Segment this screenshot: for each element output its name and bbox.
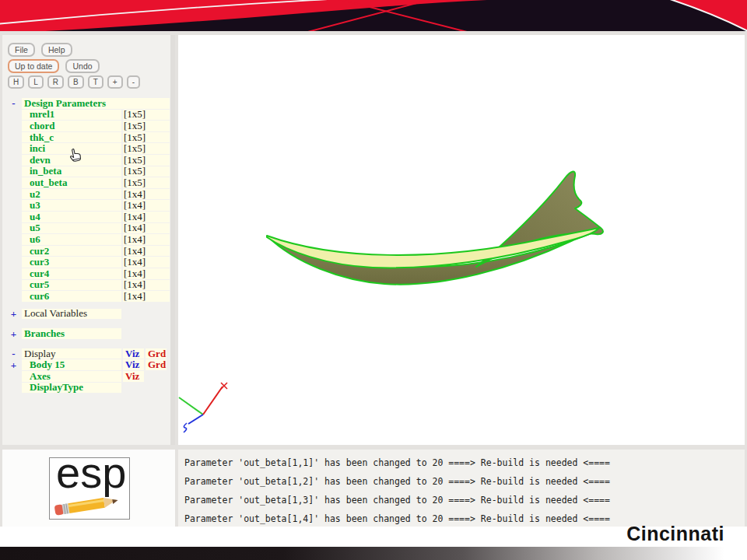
param-name[interactable]: cur6 [22,291,121,302]
param-dims: [1x4] [123,280,170,291]
param-dims: [1x5] [123,121,170,131]
param-dims: [1x5] [123,177,170,188]
section-label[interactable]: Design Parameters [22,98,170,109]
tree-row-param: out_beta[1x5] [5,177,172,188]
axes-triad [179,383,227,432]
viz-toggle[interactable]: Viz [123,371,144,382]
param-name[interactable]: cur2 [22,246,121,257]
tree-row-param: u3[1x4] [5,200,172,211]
tree-row-body15: + Body 15 Viz Grd [5,359,172,370]
param-dims: [1x4] [123,257,170,268]
param-name[interactable]: chord [22,121,121,131]
tree-row-axes: Axes Viz [5,371,172,382]
tree-row-param: cur6[1x4] [5,291,172,302]
param-name[interactable]: u2 [22,189,121,200]
axis-blue-label-scribble [184,423,187,432]
expand-toggle[interactable]: + [5,309,22,319]
axes-label[interactable]: Axes [22,371,121,382]
param-dims: [1x4] [123,200,170,211]
param-dims: [1x5] [123,143,170,154]
tree-row-param: chord[1x5] [5,121,172,131]
hand-cursor-icon [66,146,85,165]
section-label[interactable]: Branches [22,328,121,339]
tree-row-param: inci[1x5] [5,143,172,154]
param-name[interactable]: in_beta [22,166,121,177]
esp-logo: esp [49,457,130,520]
tree-section-design-parameters: - Design Parameters [5,98,172,109]
param-dims: [1x4] [123,212,170,222]
tree-row-param: u2[1x4] [5,189,172,200]
axis-blue [188,415,203,424]
param-name[interactable]: thk_c [22,132,121,143]
cincinnati-wordmark: Cincinnati [626,523,724,545]
view-home-button[interactable]: H [8,75,24,89]
collapse-toggle[interactable]: - [5,98,22,108]
undo-button[interactable]: Undo [65,59,99,73]
param-name[interactable]: u4 [22,212,121,222]
tree-section-display: - Display Viz Grd [5,348,172,359]
param-name[interactable]: mrel1 [22,110,121,121]
param-dims: [1x5] [123,110,170,121]
zoom-out-button[interactable]: - [127,75,140,89]
param-dims: [1x4] [123,268,170,279]
param-dims: [1x4] [123,223,170,234]
axis-green [179,397,203,415]
param-dims: [1x5] [123,132,170,143]
message-console[interactable]: Parameter 'out_beta[1,1]' has been chang… [178,450,745,527]
tree-row-displaytype: DisplayType [5,383,172,394]
file-button[interactable]: File [8,43,35,57]
tree-row-param: cur3[1x4] [5,257,172,268]
param-name[interactable]: cur3 [22,257,121,268]
tree-row-param: u5[1x4] [5,223,172,234]
blade-body[interactable] [267,172,603,285]
expand-toggle[interactable]: + [5,360,22,370]
expand-toggle[interactable]: + [5,329,22,339]
zoom-in-button[interactable]: + [107,75,123,89]
up-to-date-button[interactable]: Up to date [8,59,59,73]
logo-panel: esp [2,450,175,527]
param-dims: [1x5] [123,166,170,177]
tree-row-param: mrel1[1x5] [5,110,172,121]
tree-row-param: u4[1x4] [5,212,172,222]
param-name[interactable]: u6 [22,234,121,245]
param-name[interactable]: cur5 [22,280,121,291]
3d-viewport[interactable] [178,35,745,445]
tree-row-param: cur5[1x4] [5,280,172,291]
viz-toggle[interactable]: Viz [123,359,144,370]
help-button[interactable]: Help [41,43,72,57]
tree-row-param: cur2[1x4] [5,246,172,257]
console-line: Parameter 'out_beta[1,1]' has been chang… [178,453,745,472]
param-dims: [1x4] [123,189,170,200]
console-line: Parameter 'out_beta[1,2]' has been chang… [178,472,745,491]
view-bottom-button[interactable]: B [68,75,84,89]
param-dims: [1x4] [123,234,170,245]
axis-x-label [221,383,227,389]
tree-row-param: cur4[1x4] [5,268,172,279]
param-name[interactable]: out_beta [22,177,121,188]
axis-x [203,387,223,415]
grd-toggle[interactable]: Grd [146,359,167,370]
section-label[interactable]: Display [22,348,121,359]
view-top-button[interactable]: T [88,75,103,89]
param-name[interactable]: cur4 [22,268,121,279]
param-dims: [1x4] [123,246,170,257]
viz-header[interactable]: Viz [123,348,144,359]
tree-row-param: in_beta[1x5] [5,166,172,177]
param-name[interactable]: u5 [22,223,121,234]
view-right-button[interactable]: R [47,75,64,89]
body-label[interactable]: Body 15 [22,359,121,370]
parameter-tree: - Design Parameters mrel1[1x5] chord[1x5… [5,98,172,394]
tree-row-param: u6[1x4] [5,234,172,245]
tree-section-local-variables: + Local Variables [5,309,172,320]
section-label[interactable]: Local Variables [22,309,121,320]
sidebar-scroll-gutter[interactable] [170,35,175,445]
collapse-toggle[interactable]: - [5,348,22,359]
param-name[interactable]: u3 [22,200,121,211]
param-dims: [1x4] [123,291,170,302]
sidebar: File Help Up to date Undo H L R B T + - … [2,35,170,445]
param-dims: [1x5] [123,155,170,166]
tree-row-param: thk_c[1x5] [5,132,172,143]
view-left-button[interactable]: L [28,75,44,89]
grd-header[interactable]: Grd [146,348,167,359]
displaytype-label[interactable]: DisplayType [22,383,121,394]
